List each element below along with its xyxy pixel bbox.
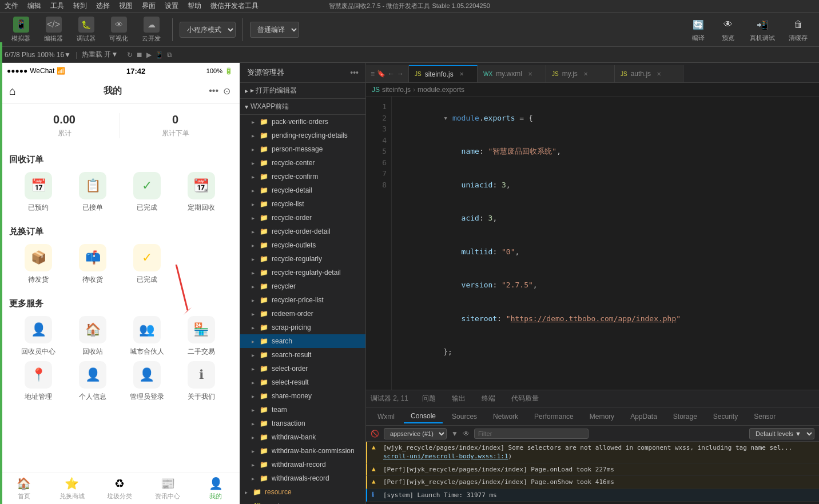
play-icon[interactable]: ▶ <box>146 51 152 59</box>
debug-btn[interactable]: 🐛 调试器 <box>72 14 100 45</box>
tab-back-icon[interactable]: ← <box>388 70 395 78</box>
phone-icon[interactable]: 📱 <box>155 51 164 59</box>
camera-icon[interactable]: ⊙ <box>223 86 230 97</box>
copy-icon[interactable]: ⧉ <box>167 51 172 59</box>
real-machine-btn[interactable]: 📲 真机调试 <box>745 14 780 45</box>
menu-item-interface[interactable]: 界面 <box>142 1 156 11</box>
explorer-more-icon[interactable]: ••• <box>350 68 359 77</box>
devtools-inner-tab-performance[interactable]: Performance <box>527 410 581 423</box>
preview-btn[interactable]: 👁 预览 <box>715 14 741 45</box>
grid-item-completed-recycle[interactable]: ✓ 已完成 <box>122 172 172 213</box>
mode-select[interactable]: 小程序模式 <box>180 22 236 38</box>
wxapp-section[interactable]: ▾ WXAPP前端 <box>240 99 365 115</box>
folder-search[interactable]: ▸ 📁 search <box>240 334 365 348</box>
nav-exchange[interactable]: ⭐ 兑换商城 <box>48 477 96 501</box>
code-content[interactable]: ▾ module.exports = { name: "智慧废品回收系统", u… <box>392 97 819 390</box>
devtools-inner-tab-wxml[interactable]: Wxml <box>371 410 401 423</box>
menu-item-select[interactable]: 选择 <box>96 1 110 11</box>
tab-collapse-icon[interactable]: ≡ <box>371 70 375 78</box>
nav-mine[interactable]: 👤 我的 <box>192 477 240 501</box>
compile-select[interactable]: 普通编译 <box>250 22 299 38</box>
folder-pending-recycling[interactable]: ▸ 📁 pending-recycling-details <box>240 129 365 142</box>
folder-withdrawals-record[interactable]: ▸ 📁 withdrawals-record <box>240 471 365 485</box>
menu-item-view[interactable]: 视图 <box>119 1 133 11</box>
devtools-tab-issues[interactable]: 问题 <box>415 391 443 406</box>
folder-recycle-detail[interactable]: ▸ 📁 recycle-detail <box>240 183 365 197</box>
grid-item-address[interactable]: 📍 地址管理 <box>14 361 63 402</box>
grid-item-completed-exchange[interactable]: ✓ 已完成 <box>122 244 172 285</box>
folder-transaction[interactable]: ▸ 📁 transaction <box>240 417 365 430</box>
compile-btn[interactable]: 🔄 编译 <box>686 14 711 45</box>
tab-close-my-js[interactable]: ✕ <box>583 71 588 77</box>
back-home-icon[interactable]: ⌂ <box>9 85 16 98</box>
grid-item-recycle-station[interactable]: 🏠 回收站 <box>68 316 118 357</box>
tab-my-wxml[interactable]: WX my.wxml ✕ <box>478 65 546 82</box>
grid-item-periodic[interactable]: 📆 定期回收 <box>176 172 226 213</box>
tab-siteinfo-js[interactable]: JS siteinfo.js ✕ <box>409 65 478 82</box>
menu-item-wechat[interactable]: 微信开发者工具 <box>210 1 259 11</box>
devtools-inner-tab-sources[interactable]: Sources <box>445 410 484 423</box>
grid-item-accepted[interactable]: 📋 已接单 <box>68 172 118 213</box>
menu-item-help[interactable]: 帮助 <box>188 1 201 11</box>
refresh-icon[interactable]: ↻ <box>127 51 133 59</box>
device-version[interactable]: 6/7/8 Plus 100% 16▼ <box>5 51 71 59</box>
folder-redeem-order[interactable]: ▸ 📁 redeem-order <box>240 307 365 321</box>
folder-select-order[interactable]: ▸ 📁 select-order <box>240 362 365 375</box>
folder-recycler-price-list[interactable]: ▸ 📁 recycler-price-list <box>240 293 365 307</box>
menu-item-tool[interactable]: 工具 <box>50 1 64 11</box>
folder-withdrawal-record[interactable]: ▸ 📁 withdrawal-record <box>240 458 365 471</box>
devtools-inner-tab-network[interactable]: Network <box>486 410 525 423</box>
folder-recycle-outlets[interactable]: ▸ 📁 recycle-outlets <box>240 238 365 252</box>
grid-item-pending-ship[interactable]: 📦 待发货 <box>14 244 63 285</box>
msg-link-1[interactable]: scroll-uni/mescroll-body.wxss:1:1 <box>383 453 508 460</box>
devtools-tab-output[interactable]: 输出 <box>445 391 472 406</box>
folder-recycle-confirm[interactable]: ▸ 📁 recycle-confirm <box>240 170 365 183</box>
folder-person-message[interactable]: ▸ 📁 person-message <box>240 142 365 156</box>
devtools-inner-tab-storage[interactable]: Storage <box>666 410 704 423</box>
menu-item-settings[interactable]: 设置 <box>165 1 178 11</box>
folder-recycle-center[interactable]: ▸ 📁 recycle-center <box>240 156 365 170</box>
folder-share-money[interactable]: ▸ 📁 share-money <box>240 389 365 403</box>
tab-forward-icon[interactable]: → <box>397 70 404 78</box>
folder-pack-verific[interactable]: ▸ 📁 pack-verific-orders <box>240 115 365 129</box>
nav-home[interactable]: 🏠 首页 <box>0 477 48 501</box>
visible-btn[interactable]: 👁 可视化 <box>105 14 133 45</box>
folder-select-result[interactable]: ▸ 📁 select-result <box>240 375 365 389</box>
editor-btn[interactable]: </> 编辑器 <box>39 14 67 45</box>
filter-input[interactable] <box>474 429 589 439</box>
simulator-btn[interactable]: 📱 模拟器 <box>7 14 35 45</box>
console-clear-icon[interactable]: 🚫 <box>371 430 379 438</box>
folder-recycle-order-detail[interactable]: ▸ 📁 recycle-order-detail <box>240 225 365 238</box>
nav-classify[interactable]: ♻ 垃圾分类 <box>96 477 144 501</box>
cloud-btn[interactable]: ☁ 云开发 <box>137 14 165 45</box>
devtools-inner-tab-console[interactable]: Console <box>404 410 443 423</box>
grid-item-about[interactable]: ℹ 关于我们 <box>176 361 226 402</box>
menu-item-edit[interactable]: 编辑 <box>27 1 41 11</box>
devtools-inner-tab-sensor[interactable]: Sensor <box>747 410 782 423</box>
stop-icon[interactable]: ⏹ <box>136 51 143 59</box>
folder-recycle-regularly[interactable]: ▸ 📁 recycle-regularly <box>240 252 365 266</box>
tab-auth-js[interactable]: JS auth.js ✕ <box>615 65 683 82</box>
grid-item-personal-info[interactable]: 👤 个人信息 <box>68 361 118 402</box>
devtools-inner-tab-memory[interactable]: Memory <box>583 410 621 423</box>
tab-close-siteinfo[interactable]: ✕ <box>459 71 464 77</box>
grid-item-recycler-center[interactable]: 👤 回收员中心 <box>14 316 63 357</box>
grid-item-reserved[interactable]: 📅 已预约 <box>14 172 63 213</box>
file-app-js[interactable]: JS app.js <box>240 499 365 504</box>
folder-recycler[interactable]: ▸ 📁 recycler <box>240 279 365 293</box>
grid-item-secondhand[interactable]: 🏪 二手交易 <box>176 316 226 357</box>
nav-news[interactable]: 📰 资讯中心 <box>144 477 192 501</box>
grid-item-city-partner[interactable]: 👥 城市合伙人 <box>122 316 172 357</box>
more-options[interactable]: ••• <box>209 86 218 97</box>
folder-resource[interactable]: ▸ 📁 resource <box>240 485 365 499</box>
folder-scrap-pricing[interactable]: ▸ 📁 scrap-pricing <box>240 321 365 334</box>
folder-withdraw-bank[interactable]: ▸ 📁 withdraw-bank <box>240 430 365 444</box>
folder-withdraw-bank-commission[interactable]: ▸ 📁 withdraw-bank-commission <box>240 444 365 458</box>
levels-select[interactable]: Default levels ▼ <box>749 428 814 439</box>
tab-close-auth-js[interactable]: ✕ <box>657 71 661 77</box>
devtools-tab-code-quality[interactable]: 代码质量 <box>504 391 546 406</box>
devtools-inner-tab-appdata[interactable]: AppData <box>623 410 664 423</box>
open-editors-section[interactable]: ▸ ▸ 打开的编辑器 <box>240 83 365 99</box>
tab-my-js[interactable]: JS my.js ✕ <box>546 65 615 82</box>
tab-close-my-wxml[interactable]: ✕ <box>528 71 532 77</box>
